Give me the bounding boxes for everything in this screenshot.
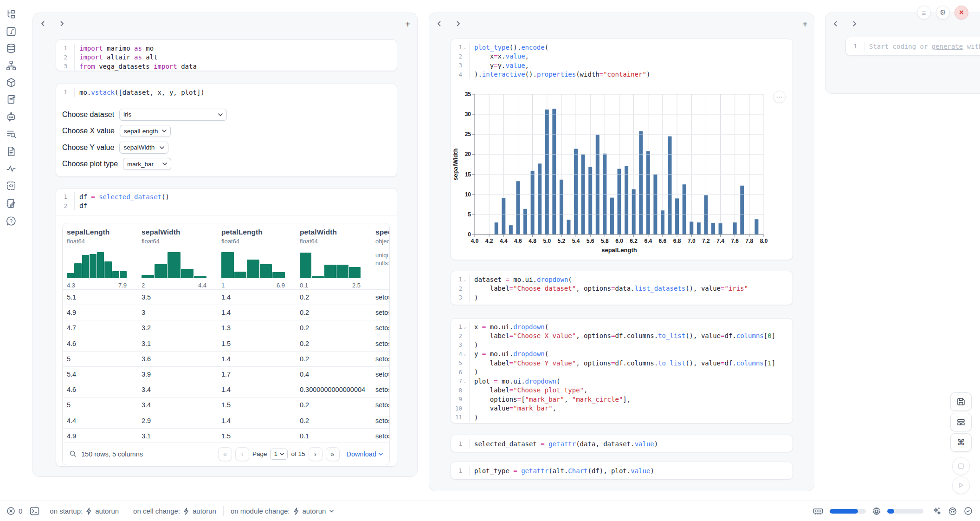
- cell-dataframe[interactable]: 1df = selected_dataset()2df sepalLengthf…: [56, 188, 397, 467]
- gear-icon[interactable]: ⚙: [936, 6, 950, 20]
- fold-icon[interactable]: ⌄: [462, 379, 467, 384]
- layout-button[interactable]: [950, 413, 972, 431]
- database-icon[interactable]: [6, 43, 17, 54]
- cell-plot[interactable]: 1⌄plot_type().encode(2 x=x.value,3 y=y.v…: [451, 39, 793, 260]
- table-row[interactable]: 5.43.91.70.4setosa: [63, 366, 390, 382]
- bot-icon[interactable]: [948, 507, 957, 515]
- editor-placeholder[interactable]: Start coding or generate with AI: [864, 43, 980, 50]
- dropdown-select[interactable]: iris: [119, 109, 227, 121]
- fold-icon[interactable]: ⌄: [462, 45, 467, 50]
- org-chart-icon[interactable]: [6, 60, 17, 71]
- code-editor[interactable]: 1selected_dataset = getattr(data, datase…: [451, 435, 793, 453]
- file-tree-icon[interactable]: [6, 9, 17, 20]
- table-row[interactable]: 4.42.91.40.2setosa: [63, 413, 390, 428]
- chat-bot-icon[interactable]: [6, 111, 17, 123]
- bar-chart[interactable]: 051015202530354.04.24.44.64.85.05.25.45.…: [451, 82, 793, 260]
- code-line[interactable]: 1mo.vstack([dataset, x, y, plot]): [56, 88, 397, 97]
- table-column-header[interactable]: sepalWidthfloat6424.4: [137, 228, 217, 289]
- chart-actions-icon[interactable]: ⋯: [773, 91, 786, 103]
- add-cell-button[interactable]: +: [405, 20, 411, 29]
- code-line[interactable]: 1selected_dataset = getattr(data, datase…: [451, 439, 793, 449]
- code-line[interactable]: 8 label="Choose plot type",: [451, 386, 793, 395]
- table-row[interactable]: 53.41.50.2setosa: [63, 397, 390, 412]
- code-line[interactable]: 1df = selected_dataset(): [56, 192, 397, 202]
- code-editor[interactable]: 1⌄x = mo.ui.dropdown(2 label="Choose X v…: [451, 319, 793, 426]
- script-icon[interactable]: [6, 94, 17, 105]
- table-column-header[interactable]: speciesobjectunique:nulls:: [371, 228, 390, 289]
- column-prev-icon[interactable]: [436, 20, 443, 27]
- code-editor[interactable]: 1⌄dataset = mo.ui.dropdown(2 label="Choo…: [451, 271, 793, 306]
- cell-plot-type[interactable]: 1plot_type = getattr(alt.Chart(df), plot…: [451, 462, 793, 480]
- add-cell-button[interactable]: +: [802, 20, 808, 29]
- terminal-button[interactable]: [30, 507, 39, 515]
- command-palette-button[interactable]: ⌘: [950, 433, 972, 452]
- table-column-header[interactable]: sepalLengthfloat644.37.9: [63, 228, 137, 289]
- table-row[interactable]: 4.63.41.40.3000000000000004setosa: [63, 382, 390, 397]
- code-line[interactable]: 2 label="Choose dataset", options=data.l…: [451, 284, 793, 293]
- code-line[interactable]: 1plot_type = getattr(alt.Chart(df), plot…: [451, 466, 793, 475]
- package-icon[interactable]: [6, 77, 17, 88]
- table-column-header[interactable]: petalLengthfloat6416.9: [217, 228, 296, 289]
- column-next-icon[interactable]: [851, 20, 858, 27]
- code-line[interactable]: 1⌄x = mo.ui.dropdown(: [451, 322, 793, 332]
- download-button[interactable]: Download: [347, 450, 383, 458]
- cell-selected-dataset[interactable]: 1selected_dataset = getattr(data, datase…: [451, 435, 793, 452]
- code-snippet-icon[interactable]: [6, 180, 17, 191]
- save-button[interactable]: [950, 392, 972, 411]
- code-line[interactable]: 2import altair as alt: [56, 53, 397, 62]
- code-line[interactable]: 2 x=x.value,: [451, 52, 793, 61]
- table-row[interactable]: 53.61.40.2setosa: [63, 351, 390, 366]
- help-icon[interactable]: ?: [6, 215, 17, 227]
- code-line[interactable]: 10 value="mark_bar",: [451, 404, 793, 413]
- next-page-button[interactable]: ›: [309, 447, 322, 461]
- table-row[interactable]: 4.931.40.2setosa: [63, 305, 390, 320]
- code-line[interactable]: 3): [451, 340, 793, 350]
- first-page-button[interactable]: «: [218, 447, 232, 461]
- code-line[interactable]: 1import marimo as mo: [56, 44, 397, 53]
- code-editor[interactable]: 1df = selected_dataset()2df: [56, 189, 397, 214]
- cell-imports[interactable]: 1import marimo as mo2import altair as al…: [56, 39, 397, 71]
- stop-button[interactable]: [952, 457, 970, 475]
- last-page-button[interactable]: »: [326, 447, 340, 461]
- column-next-icon[interactable]: [454, 20, 462, 27]
- errors-indicator[interactable]: 0: [6, 507, 22, 515]
- code-editor[interactable]: 1mo.vstack([dataset, x, y, plot]): [56, 84, 397, 101]
- dropdown-select[interactable]: sepalWidth: [119, 142, 168, 154]
- code-line[interactable]: 11): [451, 413, 793, 422]
- fold-icon[interactable]: ⌄: [462, 325, 467, 329]
- connection-status-icon[interactable]: [964, 507, 973, 515]
- notebook-edit-icon[interactable]: [6, 198, 17, 209]
- dropdown-select[interactable]: mark_bar: [123, 158, 171, 170]
- code-line[interactable]: 2df: [56, 202, 397, 211]
- code-editor[interactable]: 1plot_type = getattr(alt.Chart(df), plot…: [451, 462, 793, 480]
- code-line[interactable]: 5 label="Choose Y value", options=df.col…: [451, 358, 793, 368]
- document-icon[interactable]: [6, 146, 17, 157]
- function-icon[interactable]: f: [6, 26, 17, 37]
- code-line[interactable]: 2 label="Choose X value", options=df.col…: [451, 332, 793, 341]
- page-select[interactable]: 1: [270, 449, 288, 460]
- cell-xy-plot-dropdowns[interactable]: 1⌄x = mo.ui.dropdown(2 label="Choose X v…: [451, 318, 793, 423]
- on-module-change-setting[interactable]: on module change: autorun: [231, 507, 334, 515]
- close-icon[interactable]: ×: [954, 6, 968, 20]
- code-line[interactable]: 1⌄plot_type().encode(: [451, 43, 793, 52]
- cell-empty[interactable]: 1 Start coding or generate with AI: [845, 37, 980, 56]
- activity-icon[interactable]: [6, 163, 17, 174]
- code-line[interactable]: 6): [451, 368, 793, 377]
- code-line[interactable]: 9 options=["mark_bar", "mark_circle"],: [451, 395, 793, 404]
- cell-vstack[interactable]: 1mo.vstack([dataset, x, y, plot]) Choose…: [56, 84, 397, 177]
- code-line[interactable]: 3 y=y.value,: [451, 61, 793, 70]
- code-line[interactable]: 7⌄plot = mo.ui.dropdown(: [451, 377, 793, 386]
- sparkles-icon[interactable]: [933, 507, 941, 515]
- on-cell-change-setting[interactable]: on cell change: autorun: [133, 507, 216, 515]
- fold-icon[interactable]: ⌄: [462, 352, 467, 356]
- code-line[interactable]: 4).interactive().properties(width="conta…: [451, 70, 793, 79]
- cell-dataset-dropdown[interactable]: 1⌄dataset = mo.ui.dropdown(2 label="Choo…: [451, 271, 793, 305]
- table-column-header[interactable]: petalWidthfloat640.12.5: [296, 228, 371, 289]
- code-line[interactable]: 4⌄y = mo.ui.dropdown(: [451, 350, 793, 359]
- code-line[interactable]: 3from vega_datasets import data: [56, 62, 397, 71]
- column-prev-icon[interactable]: [39, 20, 47, 27]
- menu-icon[interactable]: ≡: [917, 6, 931, 20]
- fold-icon[interactable]: ⌄: [462, 277, 467, 282]
- code-line[interactable]: 1⌄dataset = mo.ui.dropdown(: [451, 275, 793, 284]
- table-row[interactable]: 4.73.21.30.2setosa: [63, 320, 390, 335]
